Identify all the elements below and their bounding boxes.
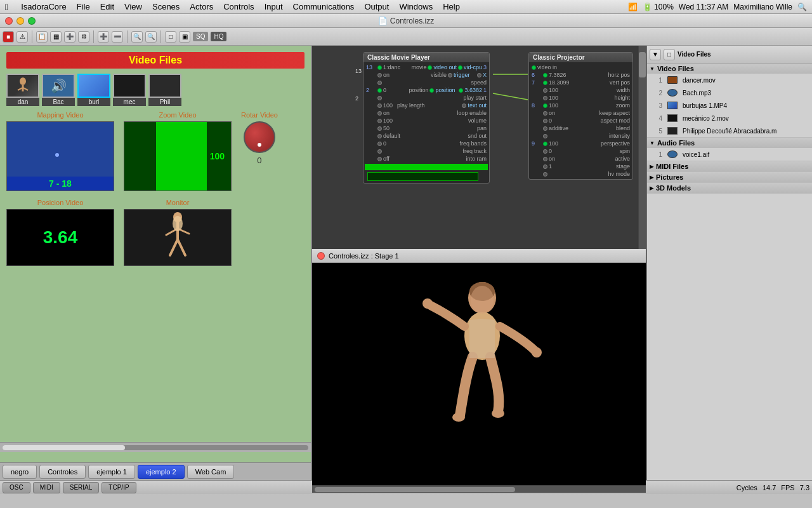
apple-menu[interactable]: : [5, 2, 8, 12]
stop-button[interactable]: ■: [3, 31, 14, 43]
menu-output[interactable]: Output: [364, 2, 389, 11]
stage-scrollbar-h[interactable]: [312, 485, 646, 493]
file-item-voice1[interactable]: 1 voice1.aif: [647, 148, 812, 161]
mapping-video-label: Mapping Video: [37, 111, 83, 119]
menu-view[interactable]: View: [124, 2, 142, 11]
tab-controles[interactable]: Controles: [39, 465, 86, 479]
file-group-3d-header[interactable]: ▶ 3D Models: [647, 183, 812, 193]
stage-close-button[interactable]: [317, 252, 325, 260]
window-title: 📄 Controles.izz: [378, 17, 434, 25]
port-cp-blend: [543, 126, 547, 131]
panic-button[interactable]: ⚠: [16, 31, 28, 43]
file-group-pictures-header[interactable]: ▶ Pictures: [647, 172, 812, 182]
menu-scenes[interactable]: Scenes: [152, 2, 180, 11]
thumb-burl[interactable]: burl: [77, 74, 110, 106]
node-cp-blend: additive blend: [530, 124, 631, 132]
monitor-box[interactable]: [124, 209, 232, 266]
zoom-in-button[interactable]: 🔍: [131, 31, 143, 43]
file-icon-dancer: [666, 75, 679, 85]
port-speed: [377, 81, 382, 85]
menubar-right: 📶 🔋 100% Wed 11:37 AM Maximiliano Wille …: [628, 3, 807, 11]
rotar-knob[interactable]: [244, 121, 275, 153]
btm-tab-tcpip[interactable]: TCP/IP: [102, 482, 136, 493]
tab-ejemplo1[interactable]: ejemplo 1: [88, 465, 135, 479]
maximize-button[interactable]: [28, 17, 36, 25]
map-dot: [55, 153, 59, 157]
port-pos-val: [459, 88, 463, 93]
tab-webcam[interactable]: Web Cam: [187, 465, 235, 479]
scene-list-button[interactable]: 📋: [36, 31, 48, 43]
menu-communications[interactable]: Communications: [293, 2, 355, 11]
node-classic-projector[interactable]: Classic Projector video in 6 7.3826 horz…: [528, 52, 633, 180]
tab-negro[interactable]: negro: [3, 465, 37, 479]
tab-ejemplo2[interactable]: ejemplo 2: [138, 465, 185, 479]
port-cp-width: [543, 88, 547, 93]
file-item-philippe[interactable]: 5 Philippe Decouflé Abracadabra.m: [647, 124, 812, 137]
zoom-video-section: Zoom Video 100: [124, 111, 232, 191]
thumb-dan[interactable]: dan: [6, 74, 39, 106]
config-button[interactable]: ⚙: [78, 31, 89, 43]
menu-help[interactable]: Help: [443, 2, 460, 11]
zoom-out-button[interactable]: 🔍: [145, 31, 157, 43]
svg-point-16: [492, 409, 504, 418]
zoom-video-box[interactable]: 100: [124, 121, 232, 191]
scene-view-button[interactable]: ▦: [50, 31, 62, 43]
node-cp-spin: 0 spin: [530, 147, 631, 155]
port-cp-horzpos: [543, 73, 547, 77]
cycles-value: 14.7: [763, 484, 776, 491]
right-toolbar-collapse[interactable]: ▼: [650, 49, 661, 60]
file-item-mecanico[interactable]: 4 mecánico 2.mov: [647, 112, 812, 124]
sq-button[interactable]: SQ: [193, 32, 208, 41]
file-item-dancer[interactable]: 1 dancer.mov: [647, 74, 812, 86]
separator2: [93, 30, 94, 43]
file-icon-burbujas: [666, 100, 679, 110]
menu-input[interactable]: Input: [265, 2, 283, 11]
port-trigger-out: [448, 73, 452, 77]
menu-edit[interactable]: Edit: [100, 2, 114, 11]
mapping-video-box[interactable]: 7 - 18: [6, 121, 114, 191]
port-playlength: [377, 104, 382, 108]
port-loopenable: [377, 111, 382, 116]
search-icon[interactable]: 🔍: [797, 3, 807, 11]
node-editor: Classic Movie Player 13 1:danc movie vid…: [312, 46, 646, 249]
node-cp-active: on active: [530, 155, 631, 163]
right-toolbar-icon1[interactable]: □: [664, 49, 675, 60]
port-cp-perspective: [543, 142, 547, 146]
menu-windows[interactable]: Windows: [399, 2, 433, 11]
file-group-audio-header[interactable]: ▼ Audio Files: [647, 138, 812, 148]
file-group-midi-header[interactable]: ▶ MIDI Files: [647, 161, 812, 171]
add-scene-button[interactable]: ➕: [64, 31, 75, 43]
menu-actors[interactable]: Actors: [190, 2, 213, 11]
triangle-video: ▼: [650, 66, 655, 72]
app-name-menu[interactable]: IsadoraCore: [21, 2, 67, 11]
svg-point-5: [173, 216, 183, 231]
green-input[interactable]: [367, 172, 478, 181]
green-level-bar: [365, 164, 488, 170]
menu-file[interactable]: File: [77, 2, 90, 11]
menu-controls[interactable]: Controls: [223, 2, 254, 11]
hq-button[interactable]: HQ: [211, 32, 226, 41]
btm-tab-midi[interactable]: MIDI: [33, 482, 60, 493]
view2-button[interactable]: ▣: [179, 31, 190, 43]
triangle-audio: ▼: [650, 140, 655, 146]
minimize-button[interactable]: [16, 17, 24, 25]
posicion-box[interactable]: 3.64: [6, 209, 114, 266]
view1-button[interactable]: □: [165, 31, 176, 43]
btm-tab-serial[interactable]: SERIAL: [63, 482, 100, 493]
thumb-phil[interactable]: Phil: [148, 74, 181, 106]
btm-tab-osc[interactable]: OSC: [3, 482, 30, 493]
file-item-burbujas[interactable]: 3 burbujas 1.MP4: [647, 99, 812, 112]
thumb-bac[interactable]: 🔊 Bac: [42, 74, 75, 106]
file-item-bach[interactable]: 2 Bach.mp3: [647, 86, 812, 99]
editor-scrollbar-v[interactable]: [638, 46, 646, 249]
separator3: [127, 30, 128, 43]
node-classic-movie-player[interactable]: Classic Movie Player 13 1:danc movie vid…: [363, 52, 490, 184]
thumb-mec[interactable]: mec: [113, 74, 146, 106]
scrollbar-track[interactable]: [3, 445, 308, 450]
mapping-video-value: 7 - 18: [7, 177, 114, 190]
del-actor-button[interactable]: ➖: [112, 31, 123, 43]
add-actor-button[interactable]: ➕: [98, 31, 109, 43]
close-button[interactable]: [5, 17, 13, 25]
port-cp-stage: [543, 164, 547, 169]
file-group-video-header[interactable]: ▼ Video Files: [647, 64, 812, 74]
